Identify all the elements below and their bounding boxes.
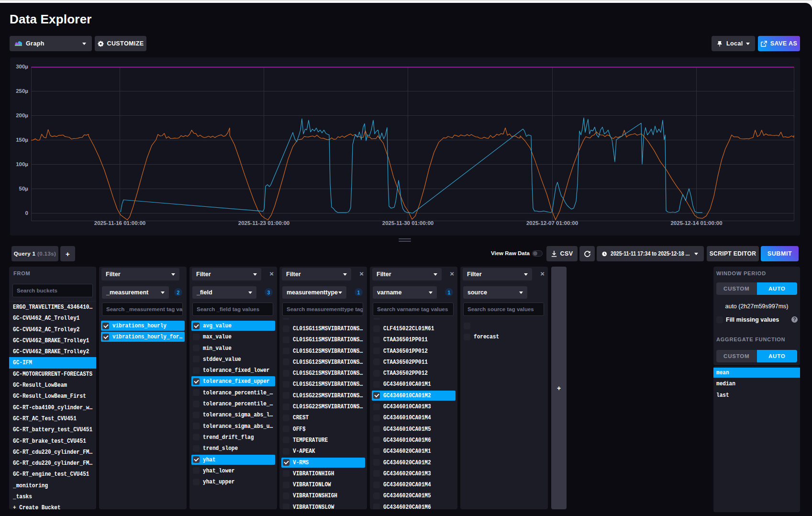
svg-text:300µ: 300µ [16, 64, 28, 69]
svg-text:2025-12-14 01:00:00: 2025-12-14 01:00:00 [670, 220, 722, 226]
svg-text:50µ: 50µ [19, 186, 28, 191]
svg-text:0: 0 [25, 210, 28, 216]
svg-text:200µ: 200µ [16, 112, 28, 118]
svg-text:2025-11-16 01:00:00: 2025-11-16 01:00:00 [94, 220, 145, 226]
svg-text:150µ: 150µ [16, 137, 28, 143]
svg-text:100µ: 100µ [16, 161, 28, 167]
svg-text:2025-11-30 01:00:00: 2025-11-30 01:00:00 [382, 220, 434, 226]
svg-text:2025-11-23 01:00:00: 2025-11-23 01:00:00 [238, 220, 289, 226]
svg-text:2025-12-07 01:00:00: 2025-12-07 01:00:00 [526, 220, 578, 226]
svg-text:250µ: 250µ [16, 88, 28, 94]
